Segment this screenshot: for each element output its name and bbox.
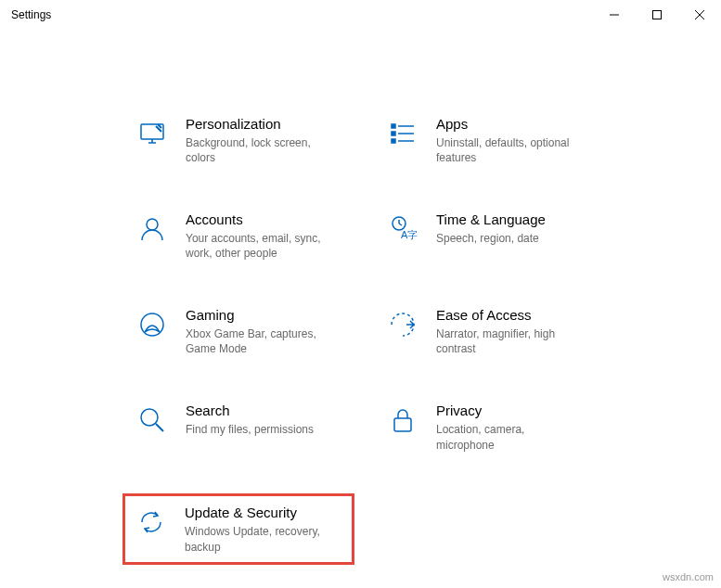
search-icon [134,402,171,439]
category-time-language[interactable]: A字 Time & Language Speech, region, date [380,207,631,265]
apps-icon [384,115,421,152]
category-personalization[interactable]: Personalization Background, lock screen,… [130,111,380,170]
svg-point-19 [141,409,158,426]
svg-rect-7 [392,124,395,128]
svg-rect-21 [394,418,411,431]
category-desc: Uninstall, defaults, optional features [436,135,585,167]
time-language-icon: A字 [384,211,421,248]
category-desc: Location, camera, microphone [436,422,585,454]
svg-rect-1 [653,11,662,19]
ease-of-access-icon [384,306,421,343]
maximize-button[interactable] [636,0,678,30]
category-title: Apps [436,115,585,134]
svg-line-20 [156,424,163,431]
category-apps[interactable]: Apps Uninstall, defaults, optional featu… [380,111,631,170]
svg-point-13 [147,219,158,230]
window-title: Settings [11,8,51,21]
category-title: Ease of Access [436,306,585,325]
category-title: Search [186,402,314,420]
privacy-icon [384,402,421,439]
svg-rect-11 [392,139,395,143]
personalization-icon [134,115,171,152]
svg-point-18 [141,313,163,336]
category-title: Gaming [186,306,334,325]
svg-line-16 [399,224,402,225]
category-accounts[interactable]: Accounts Your accounts, email, sync, wor… [130,207,380,265]
category-desc: Windows Update, recovery, backup [185,524,333,556]
accounts-icon [134,211,171,248]
category-desc: Xbox Game Bar, captures, Game Mode [186,326,334,358]
close-button[interactable] [678,0,721,30]
category-desc: Background, lock screen, colors [186,135,334,167]
category-update-security[interactable]: Update & Security Windows Update, recove… [122,493,354,565]
minimize-button[interactable] [593,0,636,30]
window-controls [593,0,721,30]
category-ease-of-access[interactable]: Ease of Access Narrator, magnifier, high… [380,302,631,361]
category-search[interactable]: Search Find my files, permissions [130,398,380,456]
category-title: Privacy [436,402,585,420]
category-desc: Your accounts, email, sync, work, other … [186,231,334,262]
category-title: Time & Language [436,211,546,229]
svg-rect-9 [392,132,395,135]
update-security-icon [133,504,170,541]
category-title: Personalization [186,115,334,134]
settings-grid: Personalization Background, lock screen,… [130,30,721,565]
category-gaming[interactable]: Gaming Xbox Game Bar, captures, Game Mod… [130,302,380,361]
category-desc: Find my files, permissions [186,422,314,438]
category-title: Update & Security [185,504,333,522]
gaming-icon [134,306,171,343]
watermark: wsxdn.com [663,571,714,582]
svg-text:A字: A字 [401,229,418,240]
category-desc: Narrator, magnifier, high contrast [436,326,585,358]
category-title: Accounts [186,211,334,229]
category-privacy[interactable]: Privacy Location, camera, microphone [380,398,631,456]
category-desc: Speech, region, date [436,231,546,247]
